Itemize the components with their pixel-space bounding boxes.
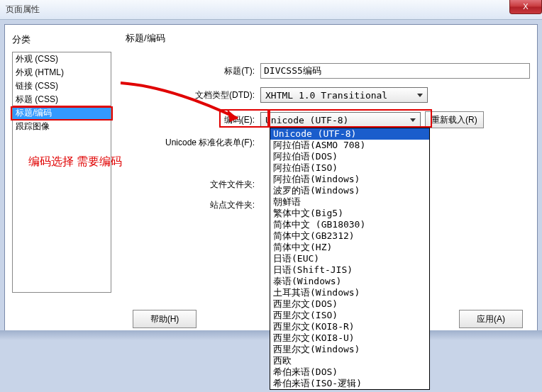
dtd-row: 文档类型(DTD): XHTML 1.0 Transitional — [126, 87, 530, 103]
dropdown-item[interactable]: 西欧 — [270, 355, 429, 366]
reload-button[interactable]: 重新载入(R) — [425, 111, 484, 128]
category-list[interactable]: 外观 (CSS)外观 (HTML)链接 (CSS)标题 (CSS)标题/编码跟踪… — [12, 52, 111, 293]
dropdown-item[interactable]: 土耳其语(Windows) — [270, 287, 429, 298]
help-button[interactable]: 帮助(H) — [133, 310, 197, 328]
sidebar-item[interactable]: 标题 (CSS) — [13, 93, 111, 106]
window-title: 页面属性 — [6, 4, 40, 16]
dtd-select[interactable]: XHTML 1.0 Transitional — [260, 87, 428, 103]
file-folder-label: 文件文件夹: — [126, 179, 260, 191]
dropdown-item[interactable]: 日语(EUC) — [270, 253, 429, 264]
dropdown-item[interactable]: 简体中文 (GB18030) — [270, 219, 429, 230]
sidebar-item[interactable]: 链接 (CSS) — [13, 79, 111, 93]
dropdown-item[interactable]: 阿拉伯语(ASMO 708) — [270, 140, 429, 151]
annotation-text: 编码选择 需要编码 — [28, 155, 122, 169]
sidebar-heading: 分类 — [12, 33, 31, 46]
dropdown-item[interactable]: 日语(Shift-JIS) — [270, 264, 429, 276]
dropdown-item[interactable]: 希伯来语(DOS) — [270, 366, 429, 378]
dropdown-item[interactable]: 朝鲜语 — [270, 196, 429, 208]
dtd-value: XHTML 1.0 Transitional — [265, 90, 387, 101]
encoding-select[interactable]: Unicode (UTF-8) — [260, 112, 421, 128]
dropdown-item[interactable]: 西里尔文(KOI8-R) — [270, 321, 429, 332]
encoding-dropdown-list[interactable]: Unicode (UTF-8)阿拉伯语(ASMO 708)阿拉伯语(DOS)阿拉… — [270, 128, 430, 390]
titlebar: 页面属性 X — [0, 0, 542, 20]
dropdown-item[interactable]: 希伯来语(ISO-逻辑) — [270, 378, 429, 389]
site-folder-label: 站点文件夹: — [126, 199, 260, 211]
dropdown-item[interactable]: 西里尔文(Windows) — [270, 344, 429, 355]
sidebar-item[interactable]: 外观 (CSS) — [13, 52, 111, 66]
title-row: 标题(T): — [126, 63, 530, 79]
sidebar-item[interactable]: 跟踪图像 — [13, 120, 111, 133]
encoding-value: Unicode (UTF-8) — [265, 115, 348, 125]
dropdown-item[interactable]: 阿拉伯语(DOS) — [270, 151, 429, 162]
title-input[interactable] — [260, 63, 530, 79]
dropdown-item[interactable]: 繁体中文(Big5) — [270, 208, 429, 219]
unicode-form-label: Unicode 标准化表单(F): — [126, 137, 260, 149]
sidebar-item[interactable]: 标题/编码 — [13, 106, 111, 120]
dropdown-item[interactable]: 阿拉伯语(ISO) — [270, 162, 429, 174]
dropdown-item[interactable]: 希伯来语(ISO-视觉) — [270, 389, 429, 390]
sidebar-item[interactable]: 外观 (HTML) — [13, 66, 111, 79]
encoding-row: 编码(E): Unicode (UTF-8) 重新载入(R) — [126, 111, 530, 128]
panel-heading: 标题/编码 — [126, 32, 530, 45]
close-button[interactable]: X — [509, 0, 542, 14]
apply-button[interactable]: 应用(A) — [459, 310, 523, 328]
dropdown-item[interactable]: 西里尔文(ISO) — [270, 310, 429, 321]
title-label: 标题(T): — [126, 65, 260, 77]
dropdown-item[interactable]: 西里尔文(KOI8-U) — [270, 332, 429, 344]
dropdown-item[interactable]: 波罗的语(Windows) — [270, 185, 429, 196]
dropdown-item[interactable]: 泰语(Windows) — [270, 276, 429, 287]
dropdown-item[interactable]: 西里尔文(DOS) — [270, 298, 429, 310]
dropdown-item[interactable]: Unicode (UTF-8) — [270, 128, 429, 140]
encoding-label: 编码(E): — [126, 114, 260, 126]
dropdown-item[interactable]: 简体中文(HZ) — [270, 242, 429, 253]
dropdown-item[interactable]: 阿拉伯语(Windows) — [270, 174, 429, 185]
dtd-label: 文档类型(DTD): — [126, 89, 260, 101]
dropdown-item[interactable]: 简体中文(GB2312) — [270, 230, 429, 242]
